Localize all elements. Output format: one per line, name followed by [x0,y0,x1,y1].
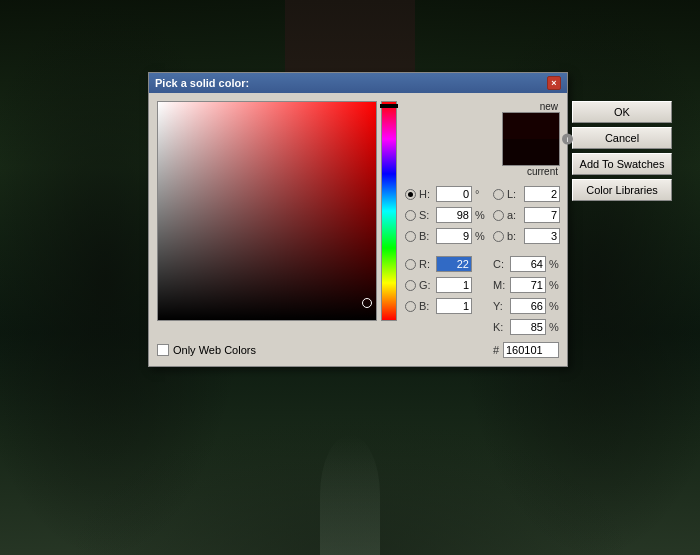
color-warning-icon[interactable]: i [562,134,573,145]
gradient-dark [158,102,376,320]
only-web-colors-checkbox[interactable] [157,344,169,356]
dialog-titlebar: Pick a solid color: × [149,73,567,93]
color-new-swatch [503,113,559,139]
s-radio[interactable] [405,210,416,221]
bv-row: B: [405,297,485,315]
s-row: S: % [405,206,485,224]
l-row: L: [493,185,560,203]
a-radio[interactable] [493,210,504,221]
dialog-body: new i current H: [157,101,559,336]
cancel-button[interactable]: Cancel [572,127,672,149]
preview-section: new i current [405,101,560,177]
h-input[interactable] [436,186,472,202]
current-label: current [527,166,558,177]
g-row: G: [405,276,485,294]
a-input[interactable] [524,207,560,223]
l-radio[interactable] [493,189,504,200]
middle-section: new i current H: [405,101,560,336]
b2-radio[interactable] [493,231,504,242]
bv-radio[interactable] [405,301,416,312]
hue-cursor [380,104,398,108]
b-input[interactable] [436,228,472,244]
color-gradient[interactable] [157,101,377,321]
path-overlay [320,435,380,555]
inputs-section: H: ° S: % [405,185,560,336]
color-current-swatch [503,139,559,165]
buttons-col: OK Cancel Add To Swatches Color Librarie… [572,101,672,336]
k-row: K: % [493,318,560,336]
b2-row: b: [493,227,560,245]
k-input[interactable] [510,319,546,335]
c-row: C: % [493,255,560,273]
r-row: R: [405,255,485,273]
c-input[interactable] [510,256,546,272]
m-input[interactable] [510,277,546,293]
spacer [405,248,485,252]
close-button[interactable]: × [547,76,561,90]
ok-button[interactable]: OK [572,101,672,123]
b2-input[interactable] [524,228,560,244]
g-input[interactable] [436,277,472,293]
hsb-rgb-col: H: ° S: % [405,185,485,336]
color-picker-area [157,101,397,336]
new-label: new [540,101,558,112]
add-to-swatches-button[interactable]: Add To Swatches [572,153,672,175]
s-input[interactable] [436,207,472,223]
b-row: B: % [405,227,485,245]
h-radio[interactable] [405,189,416,200]
lab-cmyk-col: L: a: b: [493,185,560,336]
y-input[interactable] [510,298,546,314]
web-colors-container: Only Web Colors [157,344,256,356]
g-radio[interactable] [405,280,416,291]
bv-input[interactable] [436,298,472,314]
hue-slider[interactable] [381,101,397,321]
l-input[interactable] [524,186,560,202]
a-row: a: [493,206,560,224]
color-picker-dialog: Pick a solid color: × ne [148,72,568,367]
m-row: M: % [493,276,560,294]
spacer2 [493,248,560,252]
dialog-content: new i current H: [149,93,567,366]
b-radio[interactable] [405,231,416,242]
color-libraries-button[interactable]: Color Libraries [572,179,672,201]
only-web-colors-label: Only Web Colors [173,344,256,356]
y-row: Y: % [493,297,560,315]
h-row: H: ° [405,185,485,203]
bottom-section: Only Web Colors # [157,342,559,358]
r-input[interactable] [436,256,472,272]
color-preview-container: i [502,112,560,166]
dialog-title: Pick a solid color: [155,77,249,89]
hex-label: # [493,344,499,356]
hex-input[interactable] [503,342,559,358]
r-radio[interactable] [405,259,416,270]
hex-section: # [493,342,559,358]
